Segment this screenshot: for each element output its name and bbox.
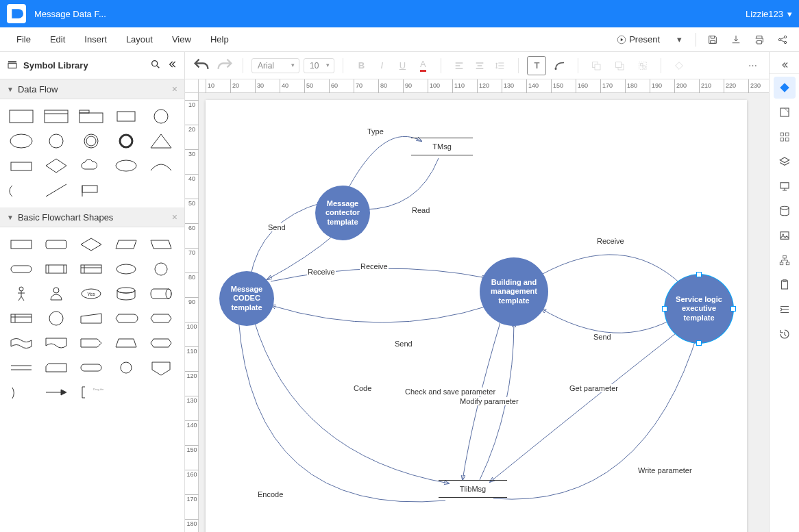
resize-handle[interactable] [696, 272, 702, 277]
presentation-tab[interactable] [774, 175, 796, 197]
group-button[interactable] [633, 56, 652, 75]
resize-handle[interactable] [662, 306, 667, 312]
save-button[interactable] [703, 30, 722, 49]
shape-arrow[interactable] [42, 382, 71, 403]
shape-actor[interactable] [7, 283, 36, 304]
shape-annotation[interactable]: Drag the side handles to change the widt… [77, 382, 106, 403]
search-icon[interactable] [150, 59, 161, 72]
undo-button[interactable] [192, 56, 211, 75]
shape-loop[interactable] [147, 308, 175, 329]
shape-direct[interactable] [147, 283, 175, 304]
shape-doc[interactable] [42, 333, 71, 353]
shape-triangle[interactable] [147, 131, 175, 151]
shape-cloud[interactable] [77, 155, 106, 176]
shape-trap[interactable] [112, 333, 140, 353]
layers-tab[interactable] [774, 151, 796, 173]
shape-decision[interactable] [77, 234, 106, 255]
arrange-tab[interactable] [774, 101, 796, 123]
shape-double-circle[interactable] [77, 131, 106, 151]
shape-database[interactable] [112, 283, 140, 304]
shape-rect-small[interactable] [112, 106, 140, 127]
shape-manual[interactable] [77, 308, 106, 329]
present-dropdown[interactable]: ▾ [669, 30, 689, 49]
line-spacing-button[interactable] [491, 56, 510, 75]
canvas-page[interactable]: TMsg TlibMsg Message contector template … [206, 100, 747, 532]
image-tab[interactable] [774, 225, 796, 246]
shape-ellipse2[interactable] [112, 155, 140, 176]
resize-handle[interactable] [730, 306, 736, 312]
datastore-tmsg[interactable]: TMsg [411, 138, 473, 155]
shape-ellipse[interactable] [7, 131, 36, 151]
node-service[interactable]: Service logic executive template [665, 275, 733, 343]
shape-ellipse3[interactable] [112, 259, 140, 279]
shape-diamond[interactable] [42, 155, 71, 176]
collapse-panel-icon[interactable] [167, 59, 177, 72]
menu-edit[interactable]: Edit [40, 30, 75, 49]
shape-hex[interactable] [147, 333, 175, 353]
section-basic-header[interactable]: ▼ Basic Flowchart Shapes × [0, 207, 184, 227]
indent-tab[interactable] [774, 299, 796, 320]
shape-stadium[interactable] [77, 357, 106, 378]
more-button[interactable]: ⋯ [743, 56, 762, 75]
font-color-button[interactable]: A [413, 56, 432, 75]
app-logo[interactable] [7, 4, 26, 23]
font-size-select[interactable]: 10 [304, 58, 334, 73]
italic-button[interactable]: I [372, 56, 391, 75]
menu-help[interactable]: Help [201, 30, 238, 49]
menu-insert[interactable]: Insert [75, 30, 116, 49]
resize-handle[interactable] [696, 340, 702, 346]
shape-tape[interactable] [7, 333, 36, 353]
shape-process[interactable] [7, 234, 36, 255]
shape-line[interactable] [42, 180, 71, 201]
shape-card[interactable] [7, 308, 36, 329]
fill-button[interactable] [669, 56, 689, 75]
shape-rounded[interactable] [42, 234, 71, 255]
shape-rect-tab[interactable] [77, 106, 106, 127]
grid-tab[interactable] [774, 126, 796, 148]
node-contector[interactable]: Message contector template [315, 186, 370, 240]
connector-tool-button[interactable] [550, 56, 569, 75]
shape-parallel-lines[interactable] [7, 357, 36, 378]
menu-view[interactable]: View [162, 30, 201, 49]
shape-circle2[interactable] [42, 131, 71, 151]
redo-button[interactable] [215, 56, 234, 75]
shape-halfcircle[interactable] [7, 180, 36, 201]
shape-circle[interactable] [147, 106, 175, 127]
shape-connector[interactable] [147, 259, 175, 279]
node-codec[interactable]: Message CODEC template [219, 271, 274, 326]
shape-bold-circle[interactable] [112, 131, 140, 151]
shape-internal[interactable] [77, 259, 106, 279]
shape-user[interactable] [42, 283, 71, 304]
section-dataflow-header[interactable]: ▼ Data Flow × [0, 79, 184, 99]
align-v-button[interactable] [470, 56, 489, 75]
menu-file[interactable]: File [7, 30, 40, 49]
expand-right-panel[interactable] [770, 56, 799, 74]
close-icon[interactable]: × [172, 84, 177, 94]
shape-parallel[interactable] [7, 155, 36, 176]
export-button[interactable] [726, 30, 746, 49]
menu-layout[interactable]: Layout [116, 30, 162, 49]
shape-card2[interactable] [42, 357, 71, 378]
shape-predefined[interactable] [42, 259, 71, 279]
shape-rect[interactable] [7, 106, 36, 127]
present-button[interactable]: Present [611, 31, 665, 47]
bold-button[interactable]: B [352, 56, 371, 75]
shape-flag[interactable] [77, 180, 106, 201]
clipboard-tab[interactable] [774, 274, 796, 296]
data-tab[interactable] [774, 200, 796, 222]
text-tool-button[interactable]: T [527, 56, 546, 75]
share-button[interactable] [773, 30, 792, 49]
node-building[interactable]: Building and management template [480, 257, 548, 326]
underline-button[interactable]: U [393, 56, 412, 75]
shape-offpage[interactable] [147, 357, 175, 378]
tree-tab[interactable] [774, 249, 796, 271]
shape-display[interactable] [112, 308, 140, 329]
shape-arc[interactable] [147, 155, 175, 176]
style-tab[interactable] [774, 77, 796, 99]
history-tab[interactable] [774, 323, 796, 345]
align-h-button[interactable] [450, 56, 469, 75]
shape-quarter[interactable] [7, 382, 36, 403]
shape-terminator[interactable] [7, 259, 36, 279]
close-icon[interactable]: × [172, 212, 177, 223]
back-button[interactable] [610, 56, 629, 75]
